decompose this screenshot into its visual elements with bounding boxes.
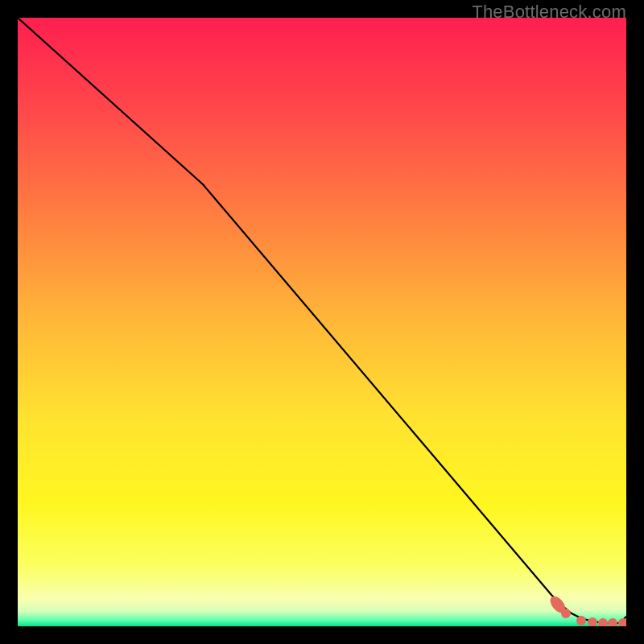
watermark-text: TheBottleneck.com [472, 2, 626, 23]
gradient-background [18, 18, 626, 626]
highlight-dot [561, 609, 571, 618]
highlight-dot [576, 616, 586, 625]
chart-stage: TheBottleneck.com [0, 0, 644, 644]
plot-area [18, 18, 626, 626]
chart-svg [18, 18, 626, 626]
